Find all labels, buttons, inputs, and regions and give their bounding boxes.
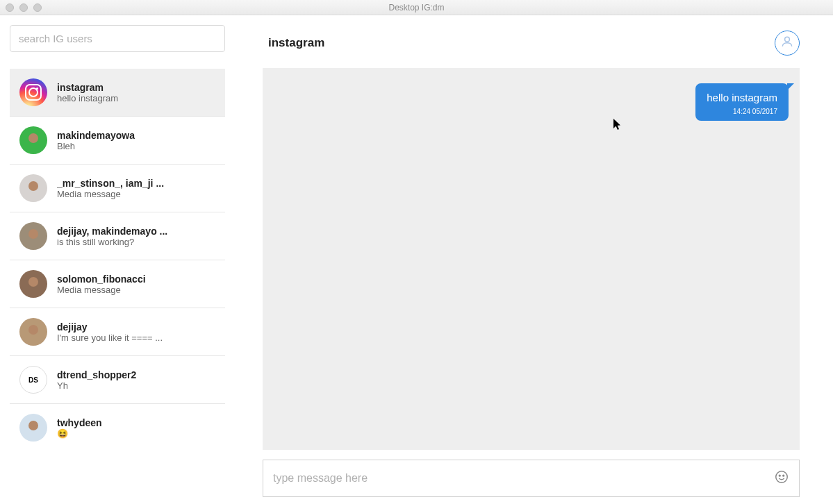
conversation-preview: Media message bbox=[57, 189, 164, 199]
avatar bbox=[19, 270, 47, 298]
conversation-text: makindemayowaBleh bbox=[57, 130, 135, 151]
conversation-text: dejijay, makindemayo ...is this still wo… bbox=[57, 226, 167, 247]
user-icon bbox=[780, 35, 794, 51]
conversation-name: dejijay bbox=[57, 321, 163, 333]
close-window-button[interactable] bbox=[6, 3, 14, 12]
conversation-preview: Media message bbox=[57, 285, 146, 295]
window-controls bbox=[6, 3, 42, 12]
conversation-text: dtrend_shopper2Yh bbox=[57, 369, 136, 391]
conversation-preview: Bleh bbox=[57, 141, 135, 151]
conversation-text: instagramhello instagram bbox=[57, 82, 118, 103]
search-wrap bbox=[10, 25, 225, 62]
conversation-text: dejijayI'm sure you like it ==== ... bbox=[57, 321, 163, 343]
conversation-preview: I'm sure you like it ==== ... bbox=[57, 333, 163, 343]
message-input[interactable] bbox=[273, 472, 767, 485]
smiley-icon bbox=[774, 469, 789, 487]
avatar bbox=[19, 318, 47, 346]
conversation-item[interactable]: dejijayI'm sure you like it ==== ... bbox=[10, 308, 225, 356]
conversation-name: makindemayowa bbox=[57, 130, 135, 141]
titlebar: Desktop IG:dm bbox=[0, 0, 833, 15]
message-bubble: hello instagram14:24 05/2017 bbox=[695, 83, 789, 121]
conversation-preview: 😆 bbox=[57, 428, 102, 439]
message-text: hello instagram bbox=[707, 92, 777, 103]
conversation-name: dtrend_shopper2 bbox=[57, 369, 136, 380]
conversation-name: solomon_fibonacci bbox=[57, 274, 146, 285]
conversation-name: _mr_stinson_, iam_ji ... bbox=[57, 178, 164, 189]
svg-point-1 bbox=[776, 471, 788, 483]
svg-point-0 bbox=[785, 37, 790, 42]
minimize-window-button[interactable] bbox=[19, 3, 28, 12]
avatar bbox=[19, 414, 47, 442]
compose-bar bbox=[263, 460, 800, 497]
conversation-item[interactable]: twhydeen😆 bbox=[10, 404, 225, 451]
conversation-item[interactable]: makindemayowaBleh bbox=[10, 117, 225, 165]
zoom-window-button[interactable] bbox=[33, 3, 42, 12]
message-timestamp: 14:24 05/2017 bbox=[707, 108, 777, 115]
conversation-list: instagramhello instagrammakindemayowaBle… bbox=[10, 69, 225, 451]
conversation-item[interactable]: dejijay, makindemayo ...is this still wo… bbox=[10, 212, 225, 260]
avatar bbox=[19, 78, 47, 106]
conversation-text: _mr_stinson_, iam_ji ...Media message bbox=[57, 178, 164, 199]
chat-header: instagram bbox=[263, 31, 800, 68]
conversation-name: instagram bbox=[57, 82, 118, 93]
conversation-item[interactable]: solomon_fibonacciMedia message bbox=[10, 260, 225, 308]
window-title: Desktop IG:dm bbox=[0, 3, 833, 12]
search-input[interactable] bbox=[10, 25, 225, 52]
conversation-preview: is this still working? bbox=[57, 237, 167, 247]
conversation-item[interactable]: DSdtrend_shopper2Yh bbox=[10, 356, 225, 404]
conversation-item[interactable]: instagramhello instagram bbox=[10, 69, 225, 117]
message-row: hello instagram14:24 05/2017 bbox=[274, 83, 789, 121]
emoji-button[interactable] bbox=[774, 469, 789, 487]
avatar bbox=[19, 126, 47, 154]
avatar bbox=[19, 222, 47, 250]
conversation-name: twhydeen bbox=[57, 417, 102, 428]
conversation-preview: hello instagram bbox=[57, 93, 118, 103]
conversation-preview: Yh bbox=[57, 380, 136, 391]
svg-point-3 bbox=[783, 475, 784, 476]
avatar: DS bbox=[19, 366, 47, 394]
profile-button[interactable] bbox=[775, 31, 800, 56]
svg-point-2 bbox=[779, 475, 780, 476]
conversation-name: dejijay, makindemayo ... bbox=[57, 226, 167, 237]
conversation-text: twhydeen😆 bbox=[57, 417, 102, 439]
conversation-item[interactable]: _mr_stinson_, iam_ji ...Media message bbox=[10, 165, 225, 212]
avatar bbox=[19, 174, 47, 202]
app-body: instagramhello instagrammakindemayowaBle… bbox=[0, 15, 833, 504]
messages-area: hello instagram14:24 05/2017 bbox=[263, 68, 800, 450]
sidebar: instagramhello instagrammakindemayowaBle… bbox=[0, 15, 235, 504]
chat-panel: instagram hello instagram14:24 05/2017 bbox=[235, 15, 833, 504]
conversation-text: solomon_fibonacciMedia message bbox=[57, 274, 146, 295]
chat-title: instagram bbox=[268, 36, 324, 50]
